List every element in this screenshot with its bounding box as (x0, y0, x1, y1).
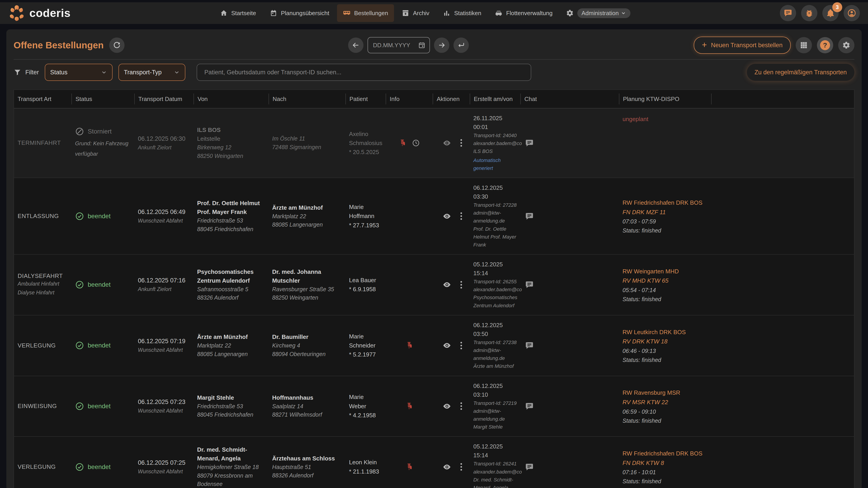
infusion-icon (405, 463, 413, 471)
planning-station: RW Friedrichshafen DRK BOS (622, 449, 708, 458)
cell-status: beendet (71, 260, 134, 310)
cell-patient: Marie Hoffmann* 27.7.1953 (345, 184, 385, 249)
cell-von-line: 88326 Aulendorf (197, 293, 265, 302)
table-row[interactable]: TERMINFAHRTStorniertGrund: Kein Fahrzeug… (14, 108, 854, 178)
cell-von: Dr. med. Schmidt-Menard, AngelaHemigkofe… (193, 442, 269, 488)
more-actions-button[interactable] (460, 401, 463, 411)
cell-von-line: Margit Stehle (197, 393, 265, 402)
arrow-left-icon (352, 41, 360, 49)
cell-von-line: Safranmoosstraße 5 (197, 285, 265, 294)
more-actions-button[interactable] (460, 212, 463, 221)
view-icon[interactable] (442, 402, 452, 411)
planning-status: Status: finished (622, 355, 708, 364)
cell-planung: RW Friedrichshafen DRK BOSFN DRK MZF 110… (619, 184, 711, 249)
nav-item-planungsübersicht[interactable]: Planungsübersicht (264, 4, 335, 22)
cell-nach-line: Hoffmannhaus (272, 393, 342, 402)
chat-icon[interactable] (525, 402, 534, 411)
status-filter-select[interactable]: Status (45, 64, 113, 81)
view-icon[interactable] (442, 138, 452, 148)
cell-transport-datum: 06.12.2025 07:23Wunschzeit Abfahrt (134, 382, 193, 431)
check-circle-icon (75, 212, 84, 221)
view-icon[interactable] (442, 280, 452, 289)
column-header: Chat (520, 94, 619, 104)
table-row[interactable]: ENTLASSUNGbeendet06.12.2025 06:49Wunschz… (14, 178, 854, 255)
table-row[interactable]: VERLEGUNGbeendet06.12.2025 07:25Wunschze… (14, 437, 854, 488)
more-actions-button[interactable] (460, 341, 463, 350)
table-row[interactable]: EINWEISUNGbeendet06.12.2025 07:23Wunschz… (14, 376, 854, 437)
cell-chat (520, 321, 619, 370)
cell-transport-art: TERMINFAHRT (14, 114, 71, 172)
message-button[interactable] (780, 5, 796, 21)
cell-nach: Im Öschle 1172488 Sigmaringen (269, 114, 345, 172)
cell-nach: Ärztehaus am SchlossHauptstraße 5188326 … (269, 442, 345, 488)
transport-art-label: TERMINFAHRT (18, 139, 68, 147)
bell-button[interactable]: 3 (822, 5, 839, 21)
cell-patient: Lea Bauer* 6.9.1958 (345, 260, 385, 310)
regular-transports-button[interactable]: Zu den regelmäßigen Transporten (747, 64, 855, 81)
cell-chat (520, 114, 619, 172)
bug-button[interactable] (801, 5, 817, 21)
view-icon[interactable] (442, 341, 452, 350)
orders-table: Transport ArtStatusTransport DatumVonNac… (13, 90, 855, 488)
cell-von: ILS BOSLeitstelleBirkenweg 1288250 Weing… (193, 114, 269, 172)
cell-transport-art: VERLEGUNG (14, 442, 71, 488)
brand-logo[interactable]: coderis (8, 4, 70, 22)
transport-type-filter-select[interactable]: Transport-Typ (119, 64, 185, 81)
previous-day-button[interactable] (348, 37, 364, 53)
cell-planung: RW Friedrichshafen DRK BOSFN DRK KTW 807… (619, 442, 711, 488)
cell-empty (711, 382, 854, 431)
patient-name: Marie Weber (349, 392, 382, 411)
more-actions-button[interactable] (460, 462, 463, 471)
created-detail: admin@ktw-anmeldung.de (473, 407, 517, 423)
cell-von-line: Leitstelle (197, 134, 265, 143)
new-transport-button[interactable]: + Neuen Transport bestellen (694, 37, 791, 54)
nav-item-label: Startseite (231, 10, 256, 17)
more-actions-button[interactable] (460, 138, 463, 148)
status: Storniert (75, 127, 131, 136)
grid-view-button[interactable] (796, 37, 812, 53)
infusion-icon (398, 139, 406, 147)
column-header: Patient (345, 94, 385, 104)
cell-empty (711, 114, 854, 172)
table-row[interactable]: VERLEGUNGbeendet06.12.2025 07:19Wunschze… (14, 315, 854, 376)
cell-von-line: Dr. med. Schmidt-Menard, Angela (197, 445, 265, 463)
gear-icon (566, 9, 574, 17)
created-detail: Transport-Id: 24040 (473, 131, 517, 139)
calendar-icon[interactable] (418, 41, 426, 49)
chat-icon[interactable] (525, 138, 534, 148)
status-label: beendet (88, 463, 111, 470)
chat-icon[interactable] (525, 462, 534, 471)
view-icon[interactable] (442, 212, 452, 221)
next-day-button[interactable] (434, 37, 450, 53)
cell-nach-line: Ärztehaus am Schloss (272, 454, 342, 463)
reset-date-button[interactable] (454, 37, 469, 53)
nav-item-flottenverwaltung[interactable]: Flottenverwaltung (489, 4, 558, 22)
cell-aktionen (433, 114, 470, 172)
help-button[interactable]: ? (817, 37, 833, 53)
nav-item-statistiken[interactable]: Statistiken (437, 4, 487, 22)
nav-item-administration[interactable]: Administration (560, 3, 636, 23)
table-row[interactable]: DIALYSEFAHRTAmbulant HinfahrtDialyse Hin… (14, 255, 854, 315)
status-label: beendet (88, 213, 111, 220)
nav-item-label: Flottenverwaltung (506, 10, 553, 17)
refresh-button[interactable] (109, 37, 125, 53)
chat-icon[interactable] (525, 280, 534, 289)
settings-button[interactable] (838, 37, 855, 53)
main-nav-items: StartseitePlanungsübersichtBestellungenA… (214, 3, 636, 23)
cell-nach-line: Dr. Baumiller (272, 332, 342, 341)
nav-item-startseite[interactable]: Startseite (214, 4, 262, 22)
cell-planung: RW Weingarten MHDRV MHD KTW 6505:54 - 07… (619, 260, 711, 310)
more-actions-button[interactable] (460, 280, 463, 289)
view-icon[interactable] (442, 462, 452, 471)
created-detail: Prof. Dr. Oettle Helmut Prof. Mayer Fran… (473, 225, 517, 249)
person-button[interactable] (844, 5, 860, 21)
chat-icon[interactable] (525, 341, 534, 350)
date-input[interactable] (372, 41, 415, 49)
nav-item-bestellungen[interactable]: Bestellungen (337, 4, 394, 22)
search-input[interactable] (204, 68, 524, 76)
planning-status: Status: finished (622, 295, 708, 304)
chat-icon[interactable] (525, 212, 534, 221)
nav-item-archiv[interactable]: Archiv (396, 4, 435, 22)
cell-nach-line: Im Öschle 11 (272, 134, 342, 143)
cell-nach-line: Kirchweg 4 (272, 341, 342, 350)
